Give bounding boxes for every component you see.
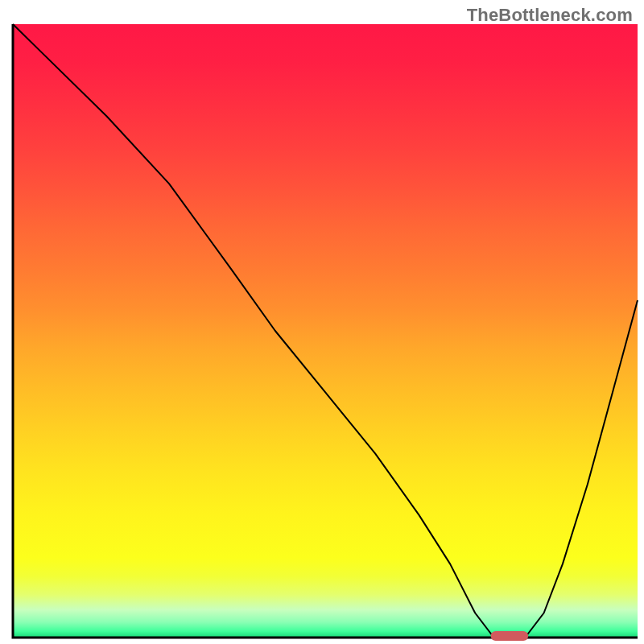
bottleneck-chart: TheBottleneck.com <box>0 0 644 644</box>
chart-svg <box>0 0 644 644</box>
optimal-marker <box>491 631 529 641</box>
watermark-text: TheBottleneck.com <box>467 5 633 26</box>
